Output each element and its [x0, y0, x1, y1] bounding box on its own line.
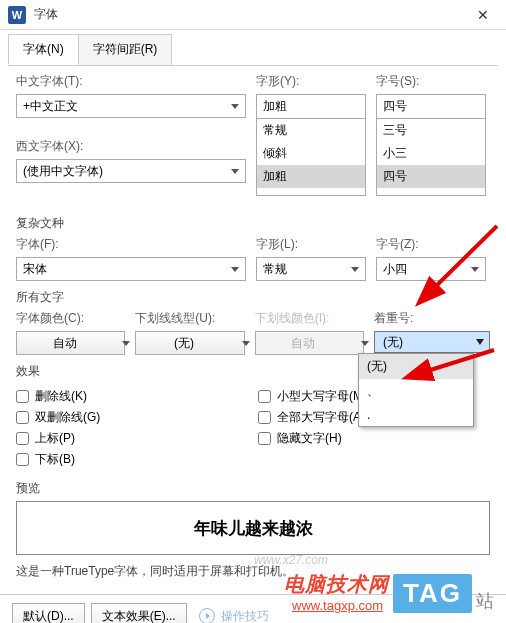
chevron-down-icon: [469, 262, 481, 276]
emphasis-option[interactable]: .: [359, 404, 473, 426]
size-option[interactable]: 四号: [377, 165, 485, 188]
label-ul-color: 下划线颜色(I):: [255, 310, 364, 327]
chevron-down-icon: [229, 262, 241, 276]
complex-font-value: 宋体: [23, 261, 47, 278]
size-option[interactable]: 小三: [377, 142, 485, 165]
cn-font-combo[interactable]: +中文正文: [16, 94, 246, 118]
emphasis-option[interactable]: 、: [359, 379, 473, 404]
font-color-dropdown[interactable]: 自动: [16, 331, 125, 355]
brand-suffix: 站: [476, 589, 494, 613]
preview-text: 年味儿越来越浓: [194, 517, 313, 540]
emphasis-popup[interactable]: (无) 、 .: [358, 353, 474, 427]
preview-box: 年味儿越来越浓: [16, 501, 490, 555]
size-listbox[interactable]: 三号 小三 四号: [376, 118, 486, 196]
tag-badge: TAG: [393, 574, 472, 613]
style-option[interactable]: 倾斜: [257, 142, 365, 165]
close-icon[interactable]: ✕: [468, 7, 498, 23]
cn-font-value: +中文正文: [23, 98, 78, 115]
label-font-color: 字体颜色(C):: [16, 310, 125, 327]
emphasis-dropdown[interactable]: (无): [374, 331, 490, 353]
checkbox-subscript[interactable]: 下标(B): [16, 451, 248, 468]
checkbox-superscript[interactable]: 上标(P): [16, 430, 248, 447]
ul-color-value: 自动: [291, 335, 315, 352]
app-icon: W: [8, 6, 26, 24]
complex-style-value: 常规: [263, 261, 287, 278]
label-size: 字号(S):: [376, 73, 486, 90]
window-title: 字体: [34, 6, 468, 23]
play-circle-icon: [199, 608, 215, 623]
default-button[interactable]: 默认(D)...: [12, 603, 85, 623]
label-emphasis: 着重号:: [374, 310, 490, 327]
label-ul-style: 下划线线型(U):: [135, 310, 244, 327]
label-size-z: 字号(Z):: [376, 236, 486, 253]
font-color-value: 自动: [53, 335, 77, 352]
tab-spacing[interactable]: 字符间距(R): [78, 34, 173, 65]
label-cn-font: 中文字体(T):: [16, 73, 246, 90]
size-option[interactable]: 三号: [377, 119, 485, 142]
chevron-down-icon: [229, 164, 241, 178]
complex-size-combo[interactable]: 小四: [376, 257, 486, 281]
watermark-text: www.x27.com: [254, 553, 328, 567]
complex-size-value: 小四: [383, 261, 407, 278]
section-preview: 预览: [16, 480, 490, 497]
chevron-down-icon: [229, 99, 241, 113]
brand-overlay: 电脑技术网 www.tagxp.com TAG 站: [284, 571, 494, 613]
checkbox-strike[interactable]: 删除线(K): [16, 388, 248, 405]
emphasis-option[interactable]: (无): [359, 354, 473, 379]
style-input[interactable]: 加粗: [256, 94, 366, 118]
size-value: 四号: [383, 98, 407, 115]
underline-style-dropdown[interactable]: (无): [135, 331, 244, 355]
checkbox-double-strike[interactable]: 双删除线(G): [16, 409, 248, 426]
underline-color-dropdown: 自动: [255, 331, 364, 355]
style-listbox[interactable]: 常规 倾斜 加粗: [256, 118, 366, 196]
style-option[interactable]: 加粗: [257, 165, 365, 188]
west-font-value: (使用中文字体): [23, 163, 103, 180]
complex-font-combo[interactable]: 宋体: [16, 257, 246, 281]
brand-name: 电脑技术网: [284, 571, 389, 598]
label-style: 字形(Y):: [256, 73, 366, 90]
label-west-font: 西文字体(X):: [16, 138, 246, 155]
emphasis-value: (无): [383, 334, 403, 351]
brand-url: www.tagxp.com: [292, 598, 383, 613]
ul-style-value: (无): [174, 335, 194, 352]
style-option[interactable]: 常规: [257, 119, 365, 142]
west-font-combo[interactable]: (使用中文字体): [16, 159, 246, 183]
section-complex: 复杂文种: [16, 215, 490, 232]
triangle-down-icon: [476, 339, 484, 345]
complex-style-combo[interactable]: 常规: [256, 257, 366, 281]
size-input[interactable]: 四号: [376, 94, 486, 118]
chevron-down-icon: [349, 262, 361, 276]
label-style-l: 字形(L):: [256, 236, 366, 253]
label-font-f: 字体(F):: [16, 236, 246, 253]
hint-link[interactable]: 操作技巧: [199, 608, 269, 624]
section-alltext: 所有文字: [16, 289, 490, 306]
tab-font[interactable]: 字体(N): [8, 34, 79, 65]
style-value: 加粗: [263, 98, 287, 115]
checkbox-hidden[interactable]: 隐藏文字(H): [258, 430, 490, 447]
text-effects-button[interactable]: 文本效果(E)...: [91, 603, 187, 623]
